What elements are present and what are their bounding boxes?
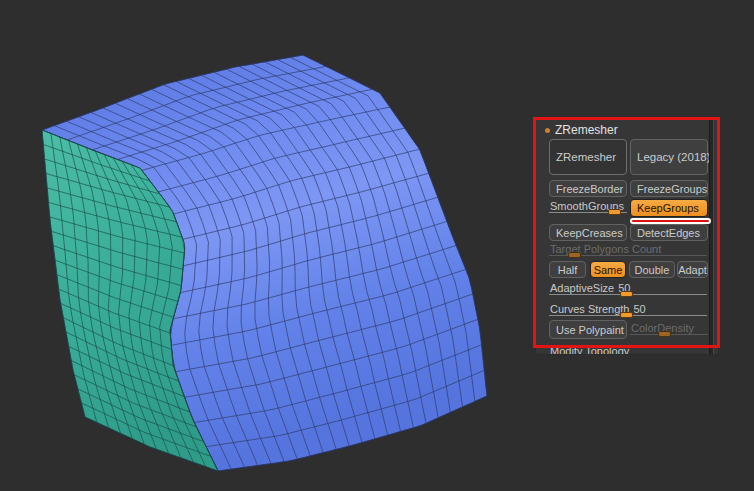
underline-marker-line	[632, 220, 709, 222]
smoothgroups-slider[interactable]: SmoothGroups	[549, 199, 627, 215]
modify-topology-label: Modify Topology	[550, 345, 629, 354]
keepcreases-button[interactable]: KeepCreases	[549, 224, 627, 241]
same-button[interactable]: Same	[590, 261, 626, 278]
underline-marker	[630, 218, 711, 224]
panel-bullet-icon	[545, 128, 550, 133]
slider-handle[interactable]	[568, 252, 581, 258]
panel-header[interactable]: ZRemesher	[545, 123, 618, 137]
panel-title: ZRemesher	[555, 123, 618, 137]
slider-handle[interactable]	[658, 331, 671, 337]
slider-handle[interactable]	[620, 291, 633, 297]
adaptivesize-slider[interactable]: AdaptiveSize50	[549, 281, 707, 297]
legacy-2018-button[interactable]: Legacy (2018)	[630, 139, 708, 175]
slider-handle[interactable]	[608, 209, 621, 215]
zremesher-button[interactable]: ZRemesher	[549, 139, 627, 175]
freezegroups-button[interactable]: FreezeGroups	[630, 180, 708, 197]
double-button[interactable]: Double	[629, 261, 675, 278]
panel-scrollbar[interactable]	[709, 119, 714, 354]
curves-strength-value: 50	[633, 303, 645, 315]
adapt-button[interactable]: Adapt	[677, 261, 708, 278]
slider-handle[interactable]	[620, 312, 633, 318]
use-polypaint-button[interactable]: Use Polypaint	[549, 320, 627, 339]
colordensity-slider[interactable]: ColorDensity	[630, 321, 708, 337]
target-polygons-count-slider[interactable]: Target Polygons Count	[549, 242, 707, 258]
keepgroups-button[interactable]: KeepGroups	[630, 199, 708, 217]
half-button[interactable]: Half	[549, 261, 586, 278]
detectedges-button[interactable]: DetectEdges	[630, 224, 708, 241]
zremesher-panel: ZRemesher ZRemesher Legacy (2018) Freeze…	[536, 119, 718, 354]
freezeborder-button[interactable]: FreezeBorder	[549, 180, 627, 197]
curves-strength-slider[interactable]: Curves Strength50	[549, 302, 707, 318]
